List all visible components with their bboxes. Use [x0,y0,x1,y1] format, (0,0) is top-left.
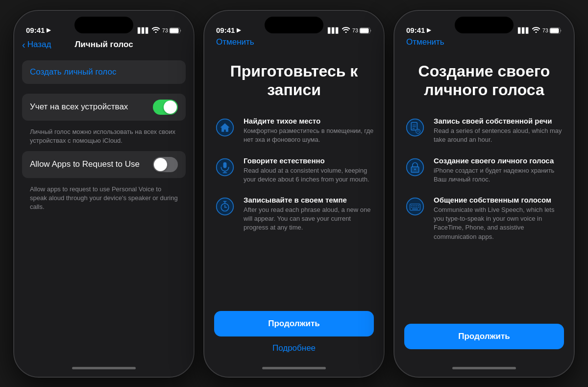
feature-text-2-2: Говорите естественно Read aloud at a con… [244,156,374,184]
feature-desc-2-3: After you read each phrase aloud, a new … [244,206,374,232]
svg-rect-37 [412,208,418,209]
feature-title-3-3: Общение собственным голосом [434,196,564,204]
toggle-row-1: Учет на всех устройствах [22,94,186,121]
wifi-icon [152,27,160,34]
feature-item-2-2: Говорите естественно Read aloud at a con… [214,156,374,184]
svg-rect-32 [417,205,419,206]
create-voice-label: Создать личный голос [30,67,116,77]
time-display-2: 09:41 [216,26,235,34]
cancel-button-3[interactable]: Отменить [404,37,564,47]
feature-item-2-1: Найдите тихое место Комфортно разместите… [214,117,374,144]
mic-icon [214,156,236,178]
toggle-1[interactable] [153,100,178,115]
feature-desc-3-1: Read a series of sentences aloud, which … [434,127,564,144]
continue-button-3[interactable]: Продолжить [404,324,564,349]
toggle-label-2: Allow Apps to Request to Use [30,159,140,169]
dynamic-island [74,17,133,33]
feature-title-2-2: Говорите естественно [244,156,374,165]
home-bar-3 [452,367,516,369]
location-icon-3: ▶ [427,27,431,33]
toggle-knob-1 [164,101,177,114]
feature-desc-2-2: Read aloud at a consistent volume, keepi… [244,166,374,184]
back-chevron-icon: ‹ [22,39,25,51]
battery-display-3: 73 [542,27,562,34]
home-indicator-2 [204,360,384,377]
signal-icon: ▋▋▋ [138,27,149,34]
feature-title-2-3: Записывайте в своем темпе [244,196,374,204]
svg-point-26 [414,168,416,170]
toggle-caption-1: Личный голос можно использовать на всех … [22,125,186,151]
status-time-3: 09:41 ▶ [406,26,431,34]
svg-rect-3 [360,28,369,33]
feature-list-3: Запись своей собственной речи Read a ser… [404,117,564,323]
toggle-label-1: Учет на всех устройствах [30,102,128,112]
toggle-knob-2 [154,158,167,171]
toggle-group-2: Allow Apps to Request to Use [22,151,186,178]
svg-rect-31 [416,205,417,206]
feature-text-3-2: Создание своего личного голоса iPhone со… [434,156,564,184]
phone-1: 09:41 ▶ ▋▋▋ 73 ‹ Назад Личный голос Созд… [13,10,195,378]
svg-point-16 [407,119,424,136]
home-indicator-1 [14,360,194,377]
svg-rect-33 [411,207,413,208]
toggle-2[interactable] [153,157,178,172]
svg-rect-36 [417,207,419,208]
battery-value: 73 [162,27,168,33]
document-icon [404,117,426,138]
home-bar-2 [262,367,326,369]
back-button[interactable]: ‹ Назад [22,39,51,51]
nav-bar-1: ‹ Назад Личный голос [14,37,194,54]
svg-point-27 [407,198,424,215]
svg-rect-15 [550,28,559,33]
home-icon [214,117,236,138]
main-heading-2: Приготовьтесь к записи [214,62,374,100]
more-link-2[interactable]: Подробнее [214,343,374,356]
dynamic-island-2 [265,17,323,33]
wifi-icon-3 [532,27,540,34]
signal-icon-3: ▋▋▋ [518,27,530,34]
nav-title-1: Личный голос [74,40,133,50]
svg-rect-29 [411,205,413,206]
home-indicator-3 [394,360,574,377]
feature-text-3-1: Запись своей собственной речи Read a ser… [434,117,564,144]
battery-value-3: 73 [542,27,548,33]
feature-list-2: Найдите тихое место Комфортно разместите… [214,117,374,310]
battery-display: 73 [162,27,182,34]
feature-item-2-3: Записывайте в своем темпе After you read… [214,196,374,232]
status-icons-1: ▋▋▋ 73 [138,27,182,34]
feature-title-2-1: Найдите тихое место [244,117,374,125]
create-voice-button[interactable]: Создать личный голос [22,60,186,84]
status-time-1: 09:41 ▶ [26,26,50,34]
wifi-icon-2 [342,27,350,34]
feature-title-3-1: Запись своей собственной речи [434,117,564,125]
time-display-3: 09:41 [406,26,425,34]
svg-rect-34 [414,207,415,208]
back-label: Назад [27,40,51,50]
svg-rect-35 [416,207,417,208]
feature-text-3-3: Общение собственным голосом Communicate … [434,196,564,241]
feature-item-3-2: Создание своего личного голоса iPhone со… [404,156,564,184]
svg-rect-30 [414,205,415,206]
feature-text-2-3: Записывайте в своем темпе After you read… [244,196,374,232]
phone1-content: ‹ Назад Личный голос Создать личный голо… [14,37,194,360]
phone3-content: Отменить Создание своего личного голоса [394,37,574,360]
feature-title-3-2: Создание своего личного голоса [434,156,564,165]
lock-icon [404,156,426,178]
toggle-group-1: Учет на всех устройствах [22,94,186,121]
continue-button-2[interactable]: Продолжить [214,311,374,336]
feature-text-2-1: Найдите тихое место Комфортно разместите… [244,117,374,144]
home-bar-1 [72,367,136,369]
location-icon-2: ▶ [237,27,241,33]
svg-point-23 [417,131,418,132]
keyboard-icon [404,196,426,217]
phone-3: 09:41 ▶ ▋▋▋ 73 Отменить Создание своего … [393,10,575,378]
toggle-row-2: Allow Apps to Request to Use [22,151,186,178]
dynamic-island-3 [455,17,514,33]
status-time-2: 09:41 ▶ [216,26,241,34]
battery-value-2: 73 [352,27,358,33]
phone2-content: Отменить Приготовьтесь к записи Найдите … [204,37,384,360]
phone-2: 09:41 ▶ ▋▋▋ 73 Отменить Приготовьтесь к … [203,10,385,378]
cancel-button-2[interactable]: Отменить [214,37,374,47]
main-heading-3: Создание своего личного голоса [404,62,564,100]
signal-icon-2: ▋▋▋ [328,27,340,34]
